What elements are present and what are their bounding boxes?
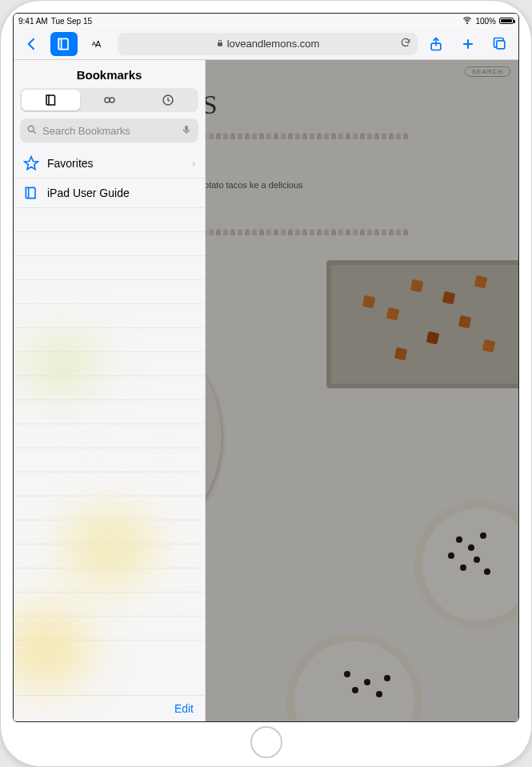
home-button[interactable] [250, 726, 282, 758]
star-icon [23, 155, 39, 171]
svg-rect-3 [497, 40, 505, 48]
sidebar-title: Bookmarks [14, 60, 205, 88]
list-row-empty [14, 424, 205, 448]
search-icon [26, 124, 38, 138]
list-row-empty [14, 352, 205, 376]
list-row-empty [14, 448, 205, 472]
list-row-empty [14, 232, 205, 256]
list-row-empty [14, 616, 205, 641]
ipad-device-frame: 9:41 AM Tue Sep 15 100% AA [0, 0, 532, 767]
list-row-empty [14, 520, 205, 544]
svg-point-5 [110, 98, 114, 102]
seg-history-tab[interactable] [138, 90, 197, 110]
list-row-empty [14, 256, 205, 280]
new-tab-button[interactable] [454, 32, 482, 56]
battery-icon [499, 18, 514, 24]
status-date: Tue Sep 15 [51, 17, 92, 26]
sidebar-footer: Edit [14, 695, 205, 721]
svg-point-7 [28, 126, 34, 131]
bookmarks-list: Favorites › iPad User Guide [14, 149, 205, 695]
bookmarks-search-input[interactable]: Search Bookmarks [20, 118, 198, 143]
url-text: loveandlemons.com [227, 38, 320, 50]
list-row-empty [14, 544, 205, 568]
list-row-empty [14, 496, 205, 520]
chevron-right-icon: › [192, 158, 195, 169]
list-row-empty [14, 592, 205, 616]
back-button[interactable] [18, 32, 46, 56]
reader-format-button[interactable]: AA [82, 32, 110, 56]
search-placeholder: Search Bookmarks [42, 125, 130, 137]
book-icon [23, 185, 39, 201]
screen: 9:41 AM Tue Sep 15 100% AA [13, 13, 519, 722]
safari-toolbar: AA loveandlemons.com [14, 28, 518, 60]
edit-button[interactable]: Edit [174, 702, 194, 715]
list-row-empty [14, 304, 205, 328]
list-row-empty [14, 376, 205, 400]
svg-rect-9 [185, 125, 188, 131]
bookmarks-segmented-control [20, 88, 198, 112]
list-row-empty [14, 400, 205, 424]
list-row-empty [14, 208, 205, 232]
list-row-empty [14, 472, 205, 496]
bookmark-folder-favorites[interactable]: Favorites › [14, 149, 205, 179]
seg-bookmarks-tab[interactable] [22, 90, 80, 110]
seg-reading-list-tab[interactable] [80, 90, 138, 110]
bookmarks-sidebar: Bookmarks Search Book [14, 60, 206, 721]
status-time: 9:41 AM [18, 17, 48, 26]
site-search-pill[interactable]: SEARCH [465, 66, 510, 77]
svg-line-8 [33, 131, 35, 133]
svg-marker-11 [25, 157, 38, 170]
lock-icon [216, 39, 224, 49]
content-area: OOK SHOP SUBSCRIBE CONTACT SEARCH & LEMO… [14, 60, 518, 721]
share-button[interactable] [422, 32, 450, 56]
url-bar[interactable]: loveandlemons.com [118, 33, 418, 55]
bookmarks-button[interactable] [50, 32, 78, 56]
list-row-empty [14, 328, 205, 352]
dictate-icon[interactable] [181, 124, 192, 138]
reload-icon[interactable] [400, 37, 411, 50]
status-bar: 9:41 AM Tue Sep 15 100% [14, 14, 518, 28]
wifi-icon [462, 15, 472, 26]
tabs-button[interactable] [486, 32, 514, 56]
bookmark-label: Favorites [47, 157, 94, 170]
list-row-empty [14, 568, 205, 592]
svg-point-4 [105, 98, 110, 102]
list-row-empty [14, 280, 205, 304]
bookmark-label: iPad User Guide [47, 187, 130, 199]
battery-percent: 100% [475, 17, 496, 26]
bookmark-item-ipad-user-guide[interactable]: iPad User Guide [14, 179, 205, 208]
